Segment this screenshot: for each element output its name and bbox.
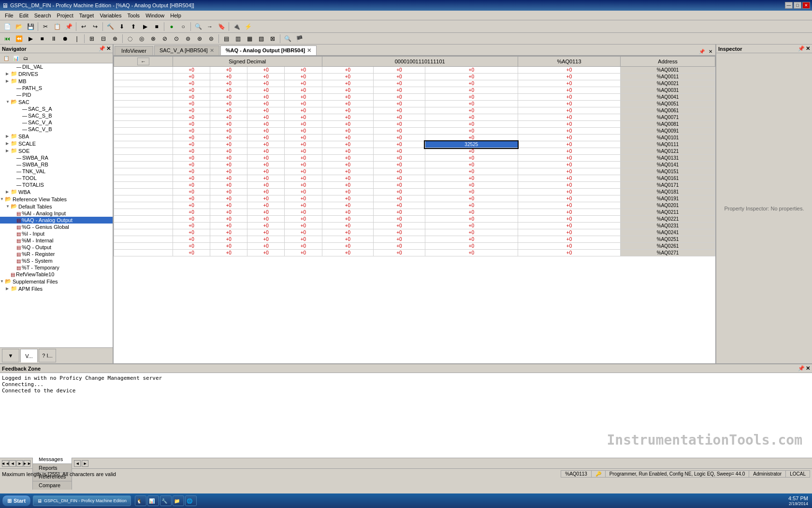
grid-cell-18-6[interactable]: +0	[425, 189, 518, 195]
grid-cell-12-1[interactable]: +0	[210, 148, 247, 155]
tree-node-8[interactable]: —SAC_V_A	[0, 119, 113, 126]
tb-logic4[interactable]: ⊘	[160, 34, 170, 44]
grid-cell-19-5[interactable]: +0	[374, 195, 425, 202]
tab-aq-analog[interactable]: %AQ - Analog Output [HBR504]✕	[220, 45, 317, 55]
grid-cell-15-3[interactable]: +0	[285, 168, 322, 175]
expand-icon[interactable]: ▶	[6, 286, 11, 291]
expand-icon[interactable]: ▶	[6, 141, 11, 146]
grid-cell-6-1[interactable]: +0	[210, 107, 247, 114]
grid-cell-18-5[interactable]: +0	[374, 189, 425, 195]
grid-cell-5-0[interactable]: +0	[173, 101, 210, 107]
grid-cell-10-0[interactable]: +0	[173, 134, 210, 141]
grid-cell-9-6[interactable]: +0	[425, 128, 518, 134]
grid-cell-17-0[interactable]: +0	[173, 182, 210, 189]
grid-cell-25-1[interactable]: +0	[210, 236, 247, 243]
nav-btn-v[interactable]: V...	[20, 349, 38, 362]
grid-cell-7-3[interactable]: +0	[285, 114, 322, 121]
grid-cell-4-3[interactable]: +0	[285, 94, 322, 101]
tree-node-17[interactable]: —TOTALIS	[0, 181, 113, 188]
tree-node-6[interactable]: —SAC_S_A	[0, 105, 113, 112]
tree-node-18[interactable]: ▶📁WBA	[0, 188, 113, 195]
grid-cell-3-0[interactable]: +0	[173, 87, 210, 94]
grid-cell-23-7[interactable]: +0	[518, 223, 620, 229]
menu-edit[interactable]: Edit	[16, 12, 31, 19]
tb-extra5[interactable]: ⊠	[267, 34, 278, 44]
grid-cell-17-7[interactable]: +0	[518, 182, 620, 189]
tb-search2[interactable]: 🔍	[282, 34, 293, 44]
grid-cell-16-2[interactable]: +0	[247, 175, 285, 182]
grid-cell-27-2[interactable]: +0	[247, 250, 285, 256]
grid-cell-6-7[interactable]: +0	[518, 107, 620, 114]
expand-icon[interactable]: ▼	[0, 279, 5, 284]
grid-cell-25-3[interactable]: +0	[285, 236, 322, 243]
grid-cell-17-4[interactable]: +0	[322, 182, 374, 189]
grid-cell-5-4[interactable]: +0	[322, 101, 374, 107]
grid-cell-14-0[interactable]: +0	[173, 162, 210, 168]
scroll-right-icon[interactable]: ►	[82, 460, 88, 467]
grid-cell-8-1[interactable]: +0	[210, 121, 247, 128]
grid-cell-5-3[interactable]: +0	[285, 101, 322, 107]
grid-cell-3-2[interactable]: +0	[247, 87, 285, 94]
grid-cell-4-7[interactable]: +0	[518, 94, 620, 101]
grid-cell-25-0[interactable]: +0	[173, 236, 210, 243]
grid-cell-12-7[interactable]: +0	[518, 148, 620, 155]
tree-node-26[interactable]: ▤%Q - Output	[0, 244, 113, 251]
grid-cell-14-2[interactable]: +0	[247, 162, 285, 168]
tb-stop[interactable]: ■	[151, 22, 162, 31]
menu-window[interactable]: Window	[143, 12, 167, 19]
inspector-close-icon[interactable]: ✕	[806, 45, 810, 52]
feedback-pin-icon[interactable]: 📌	[798, 365, 805, 372]
tree-node-32[interactable]: ▶📁APM Files	[0, 285, 113, 292]
grid-cell-3-4[interactable]: +0	[322, 87, 374, 94]
grid-cell-20-5[interactable]: +0	[374, 202, 425, 209]
grid-cell-15-1[interactable]: +0	[210, 168, 247, 175]
grid-cell-8-5[interactable]: +0	[374, 121, 425, 128]
tb-grid[interactable]: ⊟	[98, 34, 109, 44]
tb-new[interactable]: 📄	[2, 22, 13, 31]
expand-icon[interactable]: ▼	[6, 204, 11, 209]
grid-cell-1-5[interactable]: +0	[374, 74, 425, 80]
tb-prev[interactable]: ⏪	[14, 34, 24, 44]
grid-cell-1-7[interactable]: +0	[518, 74, 620, 80]
grid-cell-18-2[interactable]: +0	[247, 189, 285, 195]
tab-area-close[interactable]: ✕	[707, 47, 714, 55]
grid-cell-24-5[interactable]: +0	[374, 229, 425, 236]
grid-cell-21-0[interactable]: +0	[173, 209, 210, 216]
grid-cell-5-5[interactable]: +0	[374, 101, 425, 107]
scroll-left-icon[interactable]: ◄	[74, 460, 81, 467]
tb-copy[interactable]: 📋	[52, 22, 62, 31]
tb-upload[interactable]: ⬆	[128, 22, 139, 31]
menu-project[interactable]: Project	[54, 12, 76, 19]
tree-node-25[interactable]: ▤%M - Internal	[0, 237, 113, 244]
grid-cell-0-6[interactable]: +0	[425, 67, 518, 74]
grid-cell-21-7[interactable]: +0	[518, 209, 620, 216]
grid-cell-27-3[interactable]: +0	[285, 250, 322, 256]
tree-node-2[interactable]: ▶📁MB	[0, 77, 113, 85]
grid-cell-12-2[interactable]: +0	[247, 148, 285, 155]
grid-cell-23-2[interactable]: +0	[247, 223, 285, 229]
navigator-close-icon[interactable]: ✕	[106, 45, 111, 52]
grid-cell-19-2[interactable]: +0	[247, 195, 285, 202]
tree-node-13[interactable]: —SWBA_RA	[0, 154, 113, 161]
grid-cell-16-7[interactable]: +0	[518, 175, 620, 182]
grid-cell-20-2[interactable]: +0	[247, 202, 285, 209]
grid-cell-1-1[interactable]: +0	[210, 74, 247, 80]
taskbar-app-item[interactable]: 🖥 GSPCL_DM_FIN - Proficy Machine Edition	[33, 495, 131, 506]
tb-start[interactable]: ⏮	[2, 34, 13, 44]
grid-cell-6-6[interactable]: +0	[425, 107, 518, 114]
grid-cell-20-1[interactable]: +0	[210, 202, 247, 209]
menu-target[interactable]: Target	[76, 12, 97, 19]
tb-play[interactable]: ▶	[25, 34, 36, 44]
grid-cell-23-0[interactable]: +0	[173, 223, 210, 229]
grid-cell-0-3[interactable]: +0	[285, 67, 322, 74]
grid-cell-13-7[interactable]: +0	[518, 155, 620, 162]
grid-cell-12-0[interactable]: +0	[173, 148, 210, 155]
grid-cell-14-7[interactable]: +0	[518, 162, 620, 168]
grid-cell-17-2[interactable]: +0	[247, 182, 285, 189]
grid-cell-9-4[interactable]: +0	[322, 128, 374, 134]
nav-btn-down[interactable]: ▼	[2, 349, 19, 362]
grid-cell-19-4[interactable]: +0	[322, 195, 374, 202]
grid-cell-18-7[interactable]: +0	[518, 189, 620, 195]
expand-icon[interactable]: ▼	[0, 197, 5, 201]
tree-node-21[interactable]: ▤%AI - Analog Input	[0, 210, 113, 217]
